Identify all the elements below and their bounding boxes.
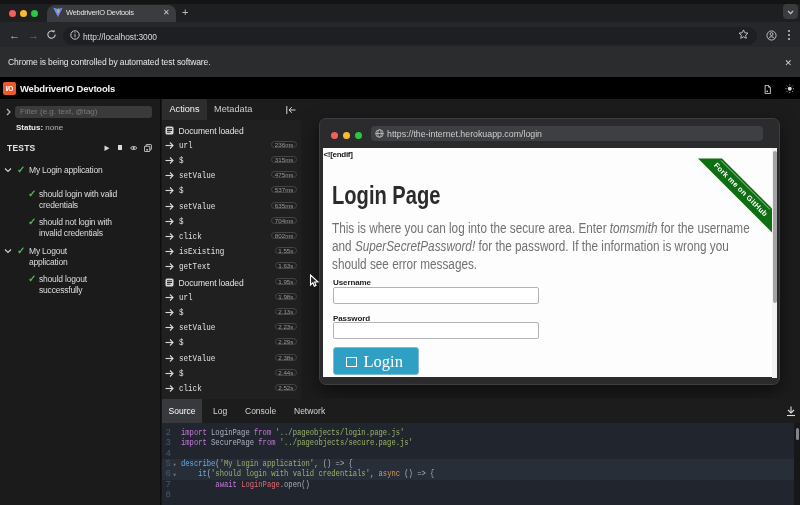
svg-text:Fork me on GitHub: Fork me on GitHub [712,161,770,219]
